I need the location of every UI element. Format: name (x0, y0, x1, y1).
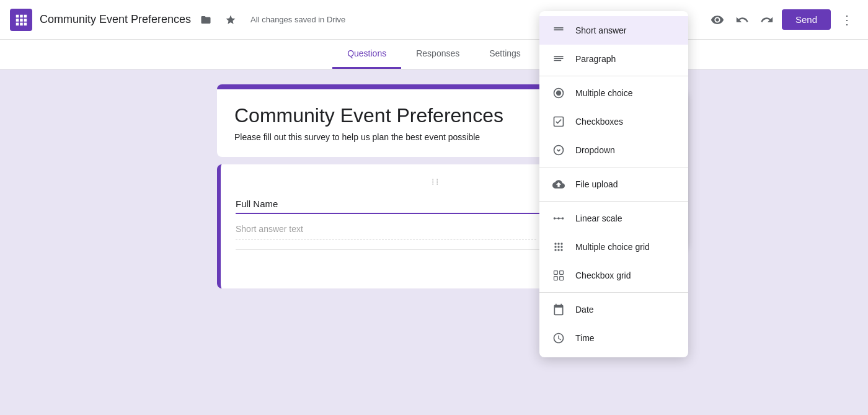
folder-icon[interactable] (196, 10, 216, 30)
svg-rect-27 (560, 271, 564, 275)
preview-icon[interactable] (707, 10, 727, 30)
date-label: Date (575, 305, 594, 315)
menu-divider-3 (539, 201, 688, 202)
svg-point-19 (560, 243, 562, 244)
linear-scale-icon (552, 212, 565, 225)
menu-item-dropdown[interactable]: Dropdown (539, 136, 688, 164)
file-upload-label: File upload (575, 179, 618, 189)
svg-rect-28 (554, 277, 558, 280)
short-answer-label: Short answer (575, 25, 626, 35)
dropdown-icon (552, 143, 565, 157)
tab-settings[interactable]: Settings (474, 40, 536, 69)
multiple-choice-icon (552, 86, 565, 100)
svg-point-18 (557, 243, 559, 244)
time-label: Time (575, 333, 595, 343)
menu-item-short-answer[interactable]: Short answer (539, 16, 688, 45)
svg-point-20 (554, 246, 556, 248)
svg-rect-8 (24, 22, 27, 25)
svg-point-23 (554, 249, 556, 251)
send-button[interactable]: Send (782, 9, 831, 30)
svg-point-17 (554, 243, 556, 244)
linear-scale-label: Linear scale (575, 213, 622, 223)
svg-point-21 (557, 246, 559, 248)
tabs-bar: Questions Responses Settings (0, 40, 868, 69)
tab-responses[interactable]: Responses (401, 40, 474, 69)
multiple-choice-grid-label: Multiple choice grid (575, 242, 650, 252)
paragraph-label: Paragraph (575, 54, 616, 64)
svg-rect-3 (16, 19, 19, 22)
svg-rect-1 (20, 14, 23, 17)
svg-point-22 (560, 246, 562, 248)
star-icon[interactable] (221, 10, 241, 30)
menu-divider-4 (539, 292, 688, 293)
menu-item-date[interactable]: Date (539, 295, 688, 324)
menu-item-linear-scale[interactable]: Linear scale (539, 204, 688, 233)
checkboxes-icon (552, 115, 565, 128)
menu-item-time[interactable]: Time (539, 324, 688, 352)
svg-rect-4 (20, 19, 23, 22)
menu-item-checkboxes[interactable]: Checkboxes (539, 107, 688, 136)
date-icon (552, 303, 565, 316)
svg-point-25 (560, 249, 562, 251)
menu-item-paragraph[interactable]: Paragraph (539, 45, 688, 73)
app-icon[interactable] (10, 9, 32, 31)
dropdown-label: Dropdown (575, 145, 615, 155)
time-icon (552, 331, 565, 345)
menu-item-multiple-choice[interactable]: Multiple choice (539, 79, 688, 107)
tab-questions[interactable]: Questions (332, 40, 401, 69)
svg-point-12 (554, 146, 564, 155)
svg-rect-7 (20, 22, 23, 25)
svg-rect-2 (24, 14, 27, 17)
menu-divider-1 (539, 76, 688, 76)
svg-rect-26 (554, 271, 558, 275)
svg-rect-29 (560, 277, 564, 280)
multiple-choice-label: Multiple choice (575, 88, 633, 98)
paragraph-icon (552, 52, 565, 66)
more-options-icon[interactable]: ⋮ (836, 10, 858, 30)
svg-point-24 (557, 249, 559, 251)
short-answer-icon (552, 24, 565, 37)
topbar-right: Send ⋮ (707, 9, 858, 30)
short-answer-placeholder: Short answer text (236, 214, 536, 239)
doc-title: Community Event Preferences (40, 13, 191, 26)
svg-rect-0 (16, 14, 19, 17)
svg-point-10 (556, 91, 561, 96)
file-upload-icon (552, 177, 565, 191)
menu-item-file-upload[interactable]: File upload (539, 170, 688, 199)
undo-icon[interactable] (732, 10, 752, 30)
main-area: Community Event Preferences Please fill … (0, 69, 868, 414)
menu-item-multiple-choice-grid[interactable]: Multiple choice grid (539, 233, 688, 261)
menu-divider-2 (539, 167, 688, 167)
checkbox-grid-label: Checkbox grid (575, 270, 631, 280)
redo-icon[interactable] (757, 10, 777, 30)
question-type-dropdown: Short answer Paragraph Multiple choice C… (539, 11, 688, 357)
topbar: Community Event Preferences All changes … (0, 0, 868, 40)
svg-rect-5 (24, 19, 27, 22)
menu-item-checkbox-grid[interactable]: Checkbox grid (539, 261, 688, 290)
checkboxes-label: Checkboxes (575, 117, 623, 127)
svg-rect-6 (16, 22, 19, 25)
checkbox-grid-icon (552, 269, 565, 282)
multiple-choice-grid-icon (552, 240, 565, 254)
